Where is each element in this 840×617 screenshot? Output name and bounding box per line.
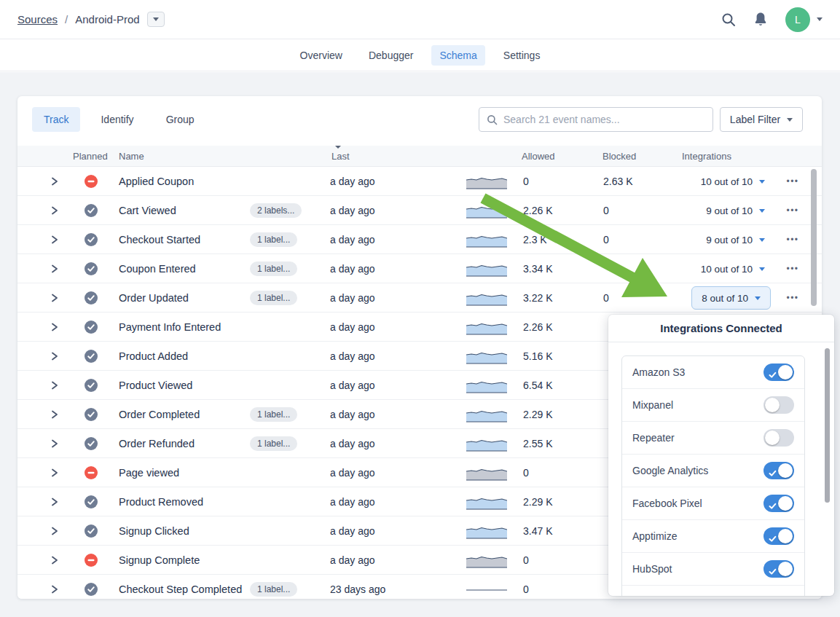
planned-check-icon [73,283,109,313]
schema-tab-group[interactable]: Group [154,107,206,132]
row-menu-button[interactable]: ••• [780,225,805,254]
chevron-down-icon [755,296,761,300]
popup-scrollbar[interactable] [825,348,830,503]
expand-chevron-icon[interactable] [51,575,66,599]
check-icon [769,369,777,382]
expand-chevron-icon[interactable] [51,313,66,342]
event-name[interactable]: Applied Coupon [119,167,194,196]
breadcrumb-current: Android-Prod [75,13,139,25]
event-name[interactable]: Product Removed [119,487,203,516]
account-menu[interactable]: L [785,7,823,32]
expand-chevron-icon[interactable] [51,516,66,546]
event-name[interactable]: Page viewed [119,458,179,487]
label-badge[interactable]: 1 label... [250,436,297,451]
last-seen: a day ago [330,342,375,371]
event-name[interactable]: Order Updated [119,283,189,313]
row-menu-button[interactable]: ••• [780,254,805,283]
event-name[interactable]: Signup Clicked [119,516,189,546]
allowed-count: 0 [523,546,529,575]
event-name[interactable]: Checkout Started [119,225,200,254]
expand-chevron-icon[interactable] [51,167,66,196]
expand-chevron-icon[interactable] [51,487,66,516]
schema-tab-track[interactable]: Track [32,107,80,132]
row-menu-button[interactable]: ••• [780,167,805,196]
label-badge[interactable]: 2 labels... [250,203,302,218]
event-name[interactable]: Signup Complete [119,546,200,575]
unplanned-block-icon [73,167,109,196]
schema-tab-identify[interactable]: Identify [89,107,145,132]
expand-chevron-icon[interactable] [51,225,66,254]
sparkline [466,377,507,393]
event-name[interactable]: Cart Viewed [119,196,176,225]
expand-chevron-icon[interactable] [51,371,66,400]
allowed-count: 2.55 K [523,429,552,458]
event-name[interactable]: Checkout Step Completed [119,575,242,599]
label-badge[interactable]: 1 label... [250,291,297,305]
allowed-count: 0 [523,458,529,487]
search-icon[interactable] [721,12,736,27]
sparkline [466,203,507,219]
integrations-dropdown[interactable]: 9 out of 10 [641,225,765,254]
expand-chevron-icon[interactable] [51,283,66,313]
label-badge[interactable]: 1 label... [250,232,297,247]
header-name: Name [119,146,144,167]
integration-toggle-mixpanel[interactable] [764,396,794,414]
integration-toggle-google-analytics[interactable] [764,462,794,479]
integrations-dropdown[interactable]: 10 out of 10 [641,254,765,283]
row-menu-button[interactable]: ••• [780,196,805,225]
tab-overview[interactable]: Overview [292,45,350,66]
integration-toggle-facebook-pixel[interactable] [764,495,794,512]
expand-chevron-icon[interactable] [51,429,66,458]
tab-settings[interactable]: Settings [495,45,549,66]
label-filter-button[interactable]: Label Filter [720,107,803,132]
tab-schema[interactable]: Schema [431,45,484,66]
sparkline [466,523,507,539]
integration-toggle-repeater[interactable] [764,429,794,447]
sparkline [466,465,507,481]
label-badge[interactable]: 1 label... [250,262,297,276]
expand-chevron-icon[interactable] [51,546,66,575]
chevron-down-icon [759,238,765,242]
integration-row: Google Analytics [622,455,804,487]
event-name[interactable]: Order Completed [119,400,200,429]
planned-check-icon [73,400,109,429]
source-switcher-dropdown[interactable] [147,12,165,27]
tab-debugger[interactable]: Debugger [361,45,422,66]
header-allowed: Allowed [522,146,555,167]
event-search-input[interactable] [503,114,705,125]
integrations-dropdown[interactable]: 8 out of 10 [691,286,771,310]
check-icon [769,532,777,546]
event-name[interactable]: Order Refunded [119,429,195,458]
header-blocked: Blocked [602,146,636,167]
label-badge[interactable]: 1 label... [250,582,297,597]
chevron-down-icon [759,180,765,184]
last-seen: a day ago [330,283,375,313]
last-seen: a day ago [330,371,375,400]
expand-chevron-icon[interactable] [51,400,66,429]
table-scrollbar[interactable] [811,169,817,306]
top-navigation: Sources / Android-Prod L [0,0,840,39]
avatar[interactable]: L [785,7,810,32]
integration-toggle-amazon-s3[interactable] [764,363,794,381]
integration-toggle-hubspot[interactable] [764,560,794,578]
integrations-dropdown[interactable]: 9 out of 10 [641,196,765,225]
expand-chevron-icon[interactable] [51,458,66,487]
integrations-dropdown[interactable]: 10 out of 10 [641,167,765,196]
label-badge[interactable]: 1 label... [250,407,297,422]
event-name[interactable]: Coupon Entered [119,254,196,283]
expand-chevron-icon[interactable] [51,254,66,283]
event-name[interactable]: Product Added [119,342,188,371]
integration-name: Repeater [632,432,675,444]
allowed-count: 3.22 K [523,283,552,313]
integration-toggle-apptimize[interactable] [764,527,794,545]
event-name[interactable]: Product Viewed [119,371,192,400]
row-menu-button[interactable]: ••• [780,283,805,313]
breadcrumb-sources-link[interactable]: Sources [17,13,58,25]
expand-chevron-icon[interactable] [51,196,66,225]
chevron-down-icon [759,267,765,271]
label-badge-cell: 1 label... [250,575,297,599]
notifications-bell-icon[interactable] [753,12,768,27]
expand-chevron-icon[interactable] [51,342,66,371]
event-name[interactable]: Payment Info Entered [119,313,221,342]
toggle-knob [778,529,793,543]
